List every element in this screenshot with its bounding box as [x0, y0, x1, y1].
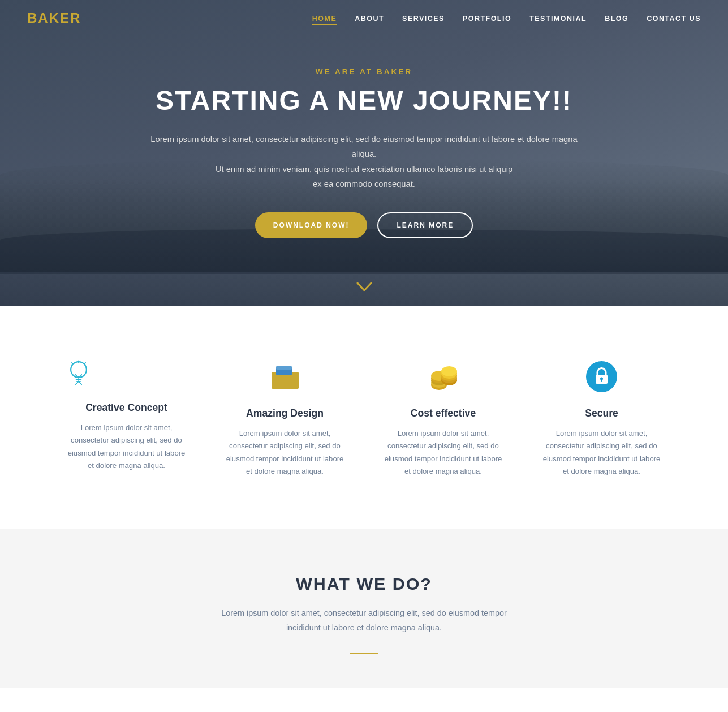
feature-title-cost: Cost effective: [381, 408, 506, 419]
nav-link-about[interactable]: ABOUT: [355, 15, 384, 23]
feature-creative-concept: Creative Concept Lorem ipsum dolor sit a…: [48, 345, 206, 489]
nav-link-portfolio[interactable]: PORTFOLIO: [463, 15, 511, 23]
feature-desc-secure: Lorem ipsum dolor sit amet, consectetur …: [540, 427, 664, 478]
learn-more-button[interactable]: LEARN MORE: [377, 212, 473, 238]
section-divider: [350, 653, 378, 654]
svg-rect-9: [276, 366, 292, 370]
feature-title-creative: Creative Concept: [64, 402, 189, 414]
nav-links: HOME ABOUT SERVICES PORTFOLIO TESTIMONIA…: [312, 13, 701, 23]
hero-section: WE ARE AT BAKER STARTING A NEW JOURNEY!!…: [0, 0, 728, 306]
nav-item-contact[interactable]: CONTACT US: [647, 13, 701, 23]
nav-link-services[interactable]: SERVICES: [402, 15, 445, 23]
bulb-icon: [64, 357, 93, 391]
svg-line-2: [84, 363, 85, 364]
feature-cost-effective: Cost effective Lorem ipsum dolor sit ame…: [364, 345, 523, 489]
nav-item-home[interactable]: HOME: [312, 13, 337, 23]
what-we-do-section: WHAT WE DO? Lorem ipsum dolor sit amet, …: [0, 529, 728, 688]
secure-icon: [540, 357, 664, 396]
hero-content: WE ARE AT BAKER STARTING A NEW JOURNEY!!…: [138, 67, 591, 238]
logo[interactable]: BAKER: [27, 10, 81, 26]
nav-link-contact[interactable]: CONTACT US: [647, 15, 701, 23]
logo-part1: BA: [27, 10, 49, 25]
what-we-do-desc: Lorem ipsum dolor sit amet, consectetur …: [206, 606, 523, 636]
logo-part2: KER: [49, 10, 81, 25]
feature-title-secure: Secure: [540, 408, 664, 419]
download-button[interactable]: DOWNLOAD NOW!: [255, 212, 368, 238]
nav-link-home[interactable]: HOME: [312, 15, 337, 25]
hero-buttons: DOWNLOAD NOW! LEARN MORE: [149, 212, 579, 238]
what-we-do-title: WHAT WE DO?: [23, 574, 705, 594]
svg-line-3: [71, 363, 73, 364]
scroll-down-icon[interactable]: [356, 281, 372, 295]
feature-title-design: Amazing Design: [223, 408, 347, 419]
features-section: Creative Concept Lorem ipsum dolor sit a…: [0, 306, 728, 529]
feature-amazing-design: Amazing Design Lorem ipsum dolor sit ame…: [206, 345, 364, 489]
hero-title: STARTING A NEW JOURNEY!!: [149, 86, 579, 116]
hero-subtitle: WE ARE AT BAKER: [149, 67, 579, 76]
nav-item-testimonial[interactable]: TESTIMONIAL: [529, 13, 587, 23]
feature-desc-design: Lorem ipsum dolor sit amet, consectetur …: [223, 427, 347, 478]
feature-desc-creative: Lorem ipsum dolor sit amet, consectetur …: [64, 422, 189, 472]
svg-point-19: [441, 366, 457, 376]
feature-desc-cost: Lorem ipsum dolor sit amet, consectetur …: [381, 427, 506, 478]
hero-description: Lorem ipsum dolor sit amet, consectetur …: [149, 132, 579, 192]
nav-item-about[interactable]: ABOUT: [355, 13, 384, 23]
design-icon: [223, 357, 347, 396]
nav-item-portfolio[interactable]: PORTFOLIO: [463, 13, 511, 23]
nav-link-blog[interactable]: BLOG: [605, 15, 628, 23]
coins-icon: [381, 357, 506, 396]
nav-item-services[interactable]: SERVICES: [402, 13, 445, 23]
feature-secure: Secure Lorem ipsum dolor sit amet, conse…: [523, 345, 681, 489]
navbar: BAKER HOME ABOUT SERVICES PORTFOLIO TEST…: [0, 0, 728, 36]
nav-link-testimonial[interactable]: TESTIMONIAL: [529, 15, 587, 23]
nav-item-blog[interactable]: BLOG: [605, 13, 628, 23]
